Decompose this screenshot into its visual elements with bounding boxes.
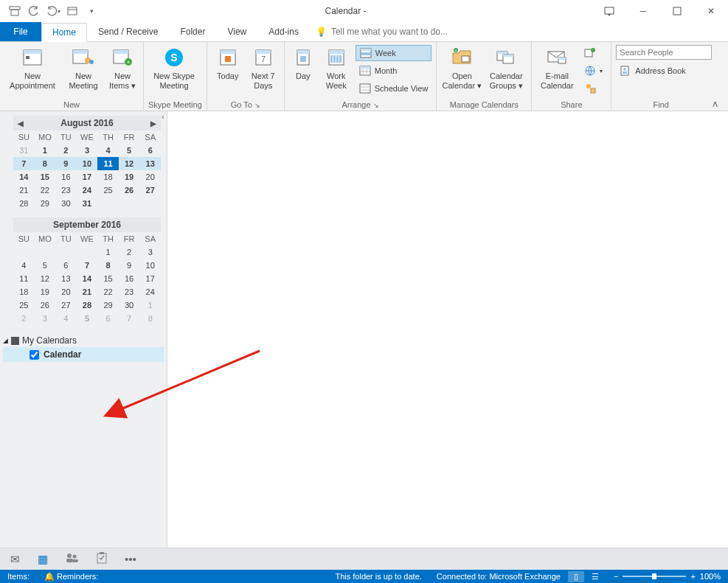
minical-day[interactable]: 7 bbox=[119, 312, 140, 325]
minical-day[interactable]: 1 bbox=[97, 245, 119, 259]
minical-day[interactable]: 1 bbox=[35, 144, 56, 157]
share-calendar-button[interactable] bbox=[580, 45, 606, 61]
schedule-view-button[interactable]: Schedule View bbox=[356, 80, 432, 97]
minical-day[interactable]: 13 bbox=[139, 157, 161, 170]
minical-day[interactable]: 26 bbox=[35, 299, 56, 312]
minical-next-button[interactable]: ▶ bbox=[148, 119, 159, 128]
minical-day[interactable]: 19 bbox=[119, 170, 140, 184]
minical-day[interactable]: 3 bbox=[35, 312, 56, 325]
minical-day[interactable]: 22 bbox=[97, 285, 119, 299]
minical-day[interactable]: 20 bbox=[139, 170, 161, 184]
minical-day[interactable]: 2 bbox=[119, 245, 140, 259]
minical-day[interactable]: 11 bbox=[13, 272, 35, 285]
calendar-item-checkbox[interactable] bbox=[30, 350, 39, 360]
close-button[interactable]: ✕ bbox=[694, 0, 728, 22]
minical-day[interactable]: 5 bbox=[119, 144, 140, 157]
minical-day[interactable]: 25 bbox=[97, 184, 119, 197]
new-meeting-button[interactable]: New Meeting bbox=[63, 43, 103, 91]
minical-day[interactable]: 28 bbox=[13, 197, 35, 210]
minical-day[interactable]: 24 bbox=[139, 285, 161, 299]
status-reminders[interactable]: 🔔 Reminders: bbox=[37, 572, 105, 582]
minical-day[interactable]: 20 bbox=[55, 285, 77, 299]
tab-home[interactable]: Home bbox=[41, 23, 87, 42]
minical-day[interactable]: 31 bbox=[13, 144, 35, 157]
minical-day[interactable]: 27 bbox=[55, 299, 77, 312]
minical-day[interactable]: 28 bbox=[77, 299, 98, 312]
minical-day[interactable]: 5 bbox=[35, 259, 56, 272]
redo-icon[interactable]: ▾ bbox=[46, 4, 60, 18]
minical-day[interactable]: 5 bbox=[77, 312, 98, 325]
next-7-days-button[interactable]: 7 Next 7 Days bbox=[247, 43, 280, 91]
minical-day[interactable]: 12 bbox=[35, 272, 56, 285]
minical-day[interactable]: 19 bbox=[35, 285, 56, 299]
minical-day[interactable]: 16 bbox=[119, 272, 140, 285]
minical-day[interactable]: 18 bbox=[13, 285, 35, 299]
minical-day[interactable]: 15 bbox=[97, 272, 119, 285]
minical-day[interactable]: 9 bbox=[55, 157, 77, 170]
tell-me-input[interactable] bbox=[331, 27, 464, 37]
month-view-button[interactable]: Month bbox=[356, 63, 432, 79]
calendar-item[interactable]: Calendar bbox=[3, 347, 164, 362]
week-view-button[interactable]: Week bbox=[356, 45, 432, 61]
nav-mail-icon[interactable]: ✉ bbox=[10, 553, 20, 566]
minical-day[interactable]: 3 bbox=[139, 245, 161, 259]
tab-view[interactable]: View bbox=[216, 22, 257, 41]
minical-day[interactable]: 25 bbox=[13, 299, 35, 312]
work-week-button[interactable]: Work Week bbox=[320, 43, 353, 91]
minical-day[interactable]: 1 bbox=[139, 299, 161, 312]
minical-day[interactable]: 6 bbox=[97, 312, 119, 325]
minical-day[interactable]: 10 bbox=[77, 157, 98, 170]
minical-day[interactable]: 9 bbox=[119, 259, 140, 272]
address-book-button[interactable]: Address Book bbox=[616, 63, 712, 79]
minical-day[interactable]: 31 bbox=[77, 197, 98, 210]
zoom-out-button[interactable]: − bbox=[614, 572, 618, 581]
view-reading-button[interactable]: ☰ bbox=[584, 572, 606, 582]
minical-day[interactable]: 27 bbox=[139, 184, 161, 197]
minical-day[interactable]: 2 bbox=[13, 312, 35, 325]
minical-day[interactable]: 4 bbox=[97, 144, 119, 157]
zoom-in-button[interactable]: + bbox=[690, 572, 695, 581]
minical-day[interactable]: 22 bbox=[35, 184, 56, 197]
new-items-button[interactable]: + New Items ▾ bbox=[106, 43, 139, 91]
tab-folder[interactable]: Folder bbox=[169, 22, 216, 41]
minical-prev-button[interactable]: ◀ bbox=[15, 119, 26, 128]
calendar-permissions-button[interactable] bbox=[580, 80, 606, 97]
collapse-ribbon-button[interactable]: ʌ bbox=[706, 99, 724, 111]
minical-day[interactable]: 15 bbox=[35, 170, 56, 184]
minical-day[interactable]: 21 bbox=[13, 184, 35, 197]
tab-send-receive[interactable]: Send / Receive bbox=[87, 22, 169, 41]
minical-day[interactable]: 7 bbox=[77, 259, 98, 272]
minical-day[interactable]: 7 bbox=[13, 157, 35, 170]
view-normal-button[interactable]: ▯ bbox=[568, 571, 584, 582]
maximize-button[interactable] bbox=[660, 0, 694, 22]
minical-day[interactable]: 6 bbox=[139, 144, 161, 157]
minical-day[interactable]: 14 bbox=[77, 272, 98, 285]
minical-day[interactable]: 13 bbox=[55, 272, 77, 285]
minical-day[interactable]: 4 bbox=[13, 259, 35, 272]
qat-window-icon[interactable] bbox=[65, 4, 80, 18]
minical-day[interactable]: 24 bbox=[77, 184, 98, 197]
minical-day[interactable]: 18 bbox=[97, 170, 119, 184]
qat-archive-icon[interactable] bbox=[7, 4, 22, 18]
nav-calendar-icon[interactable]: ▦ bbox=[38, 553, 48, 566]
new-skype-meeting-button[interactable]: S New Skype Meeting bbox=[148, 43, 200, 91]
minical-day[interactable]: 4 bbox=[55, 312, 77, 325]
minical-day[interactable]: 17 bbox=[139, 272, 161, 285]
nav-more-icon[interactable]: ••• bbox=[125, 553, 136, 565]
tab-file[interactable]: File bbox=[0, 22, 41, 41]
minical-day[interactable]: 17 bbox=[77, 170, 98, 184]
zoom-slider[interactable] bbox=[623, 576, 686, 577]
minical-day[interactable]: 2 bbox=[55, 144, 77, 157]
calendar-groups-button[interactable]: Calendar Groups ▾ bbox=[485, 43, 527, 91]
publish-online-button[interactable]: ▾ bbox=[580, 63, 606, 79]
minical-day[interactable]: 16 bbox=[55, 170, 77, 184]
minical-day[interactable]: 11 bbox=[97, 157, 119, 170]
minical-day[interactable]: 14 bbox=[13, 170, 35, 184]
minical-day[interactable]: 10 bbox=[139, 259, 161, 272]
minical-day[interactable]: 29 bbox=[35, 197, 56, 210]
search-people-input[interactable] bbox=[616, 45, 712, 60]
qat-customize-icon[interactable]: ▾ bbox=[84, 4, 99, 18]
minical-day[interactable]: 6 bbox=[55, 259, 77, 272]
minical-day[interactable]: 29 bbox=[97, 299, 119, 312]
minical-day[interactable]: 8 bbox=[139, 312, 161, 325]
